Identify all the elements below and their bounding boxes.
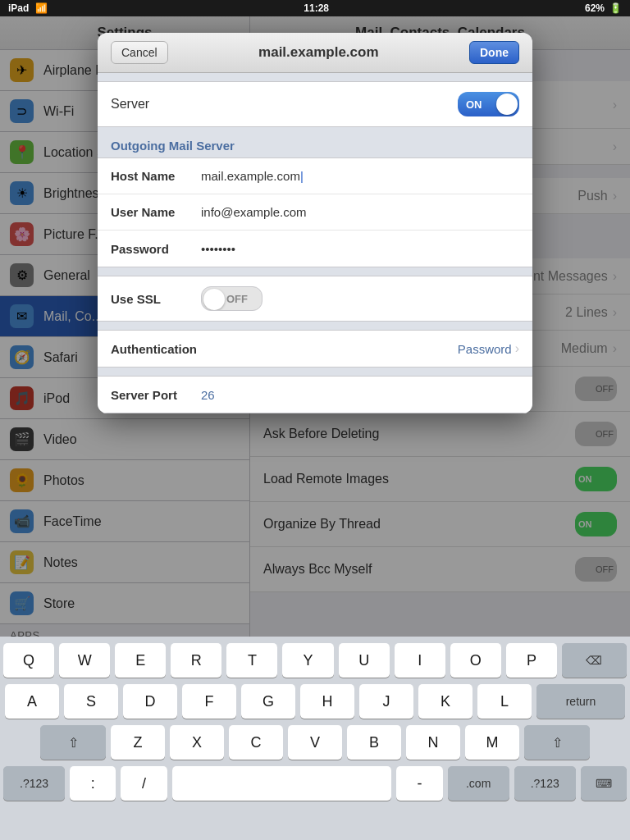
ssl-group: Use SSL OFF (98, 276, 532, 322)
key-y[interactable]: Y (282, 643, 333, 678)
key-p[interactable]: P (506, 643, 557, 678)
ssl-row[interactable]: Use SSL OFF (98, 276, 532, 321)
ssl-toggle[interactable]: OFF (201, 286, 262, 311)
host-label: Host Name (111, 169, 201, 183)
auth-chevron: › (515, 341, 519, 356)
key-z[interactable]: Z (111, 725, 165, 760)
key-j[interactable]: J (359, 684, 413, 719)
key-i[interactable]: I (395, 643, 445, 678)
key-dash[interactable]: - (396, 766, 442, 801)
port-group: Server Port 26 (98, 376, 532, 413)
key-s[interactable]: S (64, 684, 118, 719)
key-v[interactable]: V (288, 725, 342, 760)
user-name-row[interactable]: User Name info@example.com (98, 194, 532, 231)
modal-done-button[interactable]: Done (469, 41, 519, 64)
status-bar: iPad 📶 11:28 62% 🔋 (0, 0, 630, 16)
key-r[interactable]: R (171, 643, 221, 678)
port-label: Server Port (111, 388, 201, 402)
port-value[interactable]: 26 (201, 388, 519, 402)
wifi-icon: 📶 (35, 2, 48, 14)
modal-cancel-button[interactable]: Cancel (111, 41, 168, 64)
password-value[interactable]: •••••••• (201, 242, 519, 256)
key-slash[interactable]: / (121, 766, 167, 801)
form-group: Host Name mail.example.com User Name inf… (98, 158, 532, 267)
keyboard-row-2: A S D F G H J K L return (3, 684, 627, 719)
key-return[interactable]: return (536, 684, 625, 719)
key-w[interactable]: W (59, 643, 110, 678)
key-g[interactable]: G (241, 684, 295, 719)
key-x[interactable]: X (170, 725, 224, 760)
toggle-on-label: ON (458, 98, 482, 111)
key-u[interactable]: U (339, 643, 390, 678)
keyboard-row-3: ⇧ Z X C V B N M ⇧ (3, 725, 627, 760)
outgoing-server-modal: Cancel mail.example.com Done Server ON O… (98, 33, 532, 413)
key-k[interactable]: K (418, 684, 472, 719)
key-h[interactable]: H (300, 684, 354, 719)
shift-icon: ⇧ (68, 735, 79, 751)
modal-title: mail.example.com (168, 44, 469, 61)
keyboard-row-1: Q W E R T Y U I O P ⌫ (3, 643, 627, 678)
auth-group: Authentication Password › (98, 330, 532, 368)
key-keyboard-hide[interactable]: ⌨ (581, 766, 627, 801)
key-l[interactable]: L (477, 684, 532, 719)
key-numbers-left[interactable]: .?123 (3, 766, 65, 801)
key-shift-left[interactable]: ⇧ (40, 725, 106, 760)
server-row: Server ON (98, 81, 532, 127)
key-shift-right[interactable]: ⇧ (524, 725, 590, 760)
server-label: Server (111, 97, 458, 112)
key-dotcom[interactable]: .com (448, 766, 509, 801)
auth-row[interactable]: Authentication Password › (98, 331, 532, 367)
battery-icon: 🔋 (609, 2, 622, 14)
key-c[interactable]: C (229, 725, 283, 760)
keyboard-row-4: .?123 : / - .com .?123 ⌨ (3, 766, 627, 801)
backspace-icon: ⌫ (586, 654, 602, 667)
server-toggle[interactable]: ON (458, 92, 519, 116)
username-label: User Name (111, 205, 201, 219)
key-backspace[interactable]: ⌫ (562, 643, 627, 678)
key-f[interactable]: F (182, 684, 236, 719)
key-numbers-right[interactable]: .?123 (514, 766, 576, 801)
username-value[interactable]: info@example.com (201, 205, 519, 219)
key-q[interactable]: Q (3, 643, 54, 678)
auth-label: Authentication (111, 342, 201, 356)
modal-overlay[interactable]: Cancel mail.example.com Done Server ON O… (0, 16, 630, 637)
password-label: Password (111, 242, 201, 256)
password-row[interactable]: Password •••••••• (98, 231, 532, 267)
ssl-label: Use SSL (111, 292, 201, 306)
host-name-row[interactable]: Host Name mail.example.com (98, 158, 532, 194)
port-row[interactable]: Server Port 26 (98, 377, 532, 413)
host-value[interactable]: mail.example.com (201, 169, 519, 183)
battery-label: 62% (585, 2, 605, 14)
time-label: 11:28 (304, 2, 329, 14)
key-n[interactable]: N (406, 725, 460, 760)
key-d[interactable]: D (123, 684, 177, 719)
ssl-knob (203, 289, 225, 310)
shift-icon-right: ⇧ (552, 735, 563, 751)
key-b[interactable]: B (347, 725, 401, 760)
key-t[interactable]: T (226, 643, 277, 678)
toggle-knob (496, 94, 518, 115)
key-m[interactable]: M (465, 725, 519, 760)
key-a[interactable]: A (5, 684, 59, 719)
keyboard-icon: ⌨ (596, 777, 612, 790)
keyboard: Q W E R T Y U I O P ⌫ A S D F G H J K L … (0, 637, 630, 840)
modal-header: Cancel mail.example.com Done (98, 33, 532, 73)
outgoing-server-label: Outgoing Mail Server (98, 127, 532, 158)
key-e[interactable]: E (115, 643, 166, 678)
key-o[interactable]: O (450, 643, 501, 678)
auth-value: Password (201, 342, 512, 356)
key-colon[interactable]: : (70, 766, 116, 801)
device-label: iPad (8, 2, 29, 14)
key-space[interactable] (172, 766, 392, 801)
